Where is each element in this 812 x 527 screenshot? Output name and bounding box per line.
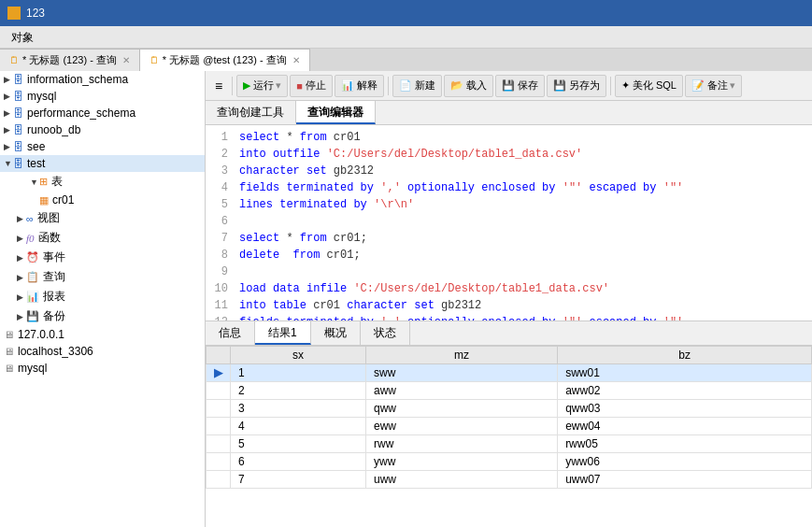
sidebar-item-queries[interactable]: ▶ 📋 查询: [0, 267, 205, 287]
cell-mz: uww: [366, 471, 558, 489]
save-button[interactable]: 💾 保存: [495, 75, 545, 97]
sidebar-item-functions[interactable]: ▶ f0 函数: [0, 228, 205, 248]
run-icon: ▶: [243, 79, 250, 92]
sidebar-label: performance_schema: [27, 107, 135, 120]
cell-sx: 5: [231, 435, 366, 453]
table-row[interactable]: 3 qww qww03: [207, 400, 812, 418]
sidebar-label: 视图: [37, 210, 60, 226]
explain-button[interactable]: 📊 解释: [335, 75, 384, 97]
query-tab-1[interactable]: 🗒 * 无标题 (123) - 查询 ✕: [0, 49, 140, 71]
app-icon: [7, 7, 21, 20]
row-indicator: [207, 400, 231, 418]
sidebar-item-backup[interactable]: ▶ 💾 备份: [0, 306, 205, 326]
cell-mz: sww: [366, 364, 558, 382]
result-tab-overview[interactable]: 概况: [311, 321, 361, 345]
sidebar-item-localhost3306[interactable]: 🖥 localhost_3306: [0, 343, 205, 360]
top-bar: 123: [0, 0, 812, 26]
result-tab-status[interactable]: 状态: [361, 321, 410, 345]
sidebar-item-test[interactable]: ▼ 🗄 test: [0, 155, 205, 172]
query-create-tab[interactable]: 查询创建工具: [206, 101, 296, 124]
expand-arrow: ▶: [4, 125, 13, 135]
menu-object[interactable]: 对象: [4, 26, 41, 49]
tab-close-2[interactable]: ✕: [292, 55, 300, 65]
table-folder-icon: ⊞: [39, 176, 48, 188]
sidebar-item-runoob-db[interactable]: ▶ 🗄 runoob_db: [0, 121, 205, 138]
sidebar-label: cr01: [52, 193, 74, 207]
code-line: 12 fields terminated by ',' optionally e…: [206, 314, 812, 321]
results-area: 信息 结果1 概况 状态 sx mz bz: [206, 321, 812, 527]
result-tab-info[interactable]: 信息: [206, 321, 255, 345]
cell-bz: uww07: [558, 471, 812, 489]
cell-mz: yww: [366, 453, 558, 471]
beautify-button[interactable]: ✦ 美化 SQL: [615, 75, 683, 97]
sidebar-label: 查询: [43, 269, 65, 285]
col-bz: bz: [558, 347, 812, 364]
stop-icon: ■: [296, 80, 303, 92]
sidebar-item-reports[interactable]: ▶ 📊 报表: [0, 287, 205, 306]
table-row[interactable]: 7 uww uww07: [207, 471, 812, 489]
expand-arrow: ▶: [4, 108, 13, 118]
query-icon: 📋: [26, 271, 39, 283]
row-indicator: [207, 382, 231, 400]
query-tab-2[interactable]: 🗒 * 无标题 @test (123) - 查询 ✕: [140, 49, 310, 71]
row-indicator: [207, 435, 231, 453]
new-button[interactable]: 📄 新建: [392, 75, 442, 97]
db-icon: 🗄: [13, 74, 23, 85]
sidebar-item-performance-schema[interactable]: ▶ 🗄 performance_schema: [0, 105, 205, 121]
sidebar-item-tables[interactable]: ▼ ⊞ 表: [0, 172, 205, 192]
tab-label-1: * 无标题 (123) - 查询: [22, 53, 117, 67]
sidebar-item-mysql2[interactable]: 🖥 mysql: [0, 360, 205, 377]
saveas-button[interactable]: 💾 另存为: [547, 75, 606, 97]
table-row[interactable]: 5 rww rww05: [207, 435, 812, 453]
cell-bz: aww02: [558, 382, 812, 400]
sidebar-label: test: [27, 157, 45, 170]
table-row[interactable]: ▶ 1 sww sww01: [207, 364, 812, 382]
expand-arrow: ▼: [30, 178, 39, 187]
sidebar-item-mysql[interactable]: ▶ 🗄 mysql: [0, 88, 205, 105]
cell-sx: 7: [231, 471, 366, 489]
sidebar-item-see[interactable]: ▶ 🗄 see: [0, 138, 205, 155]
tab-icon-2: 🗒: [150, 55, 159, 65]
code-line: 6: [206, 213, 812, 230]
cell-bz: qww03: [558, 400, 812, 418]
load-button[interactable]: 📂 载入: [444, 75, 493, 97]
sidebar-item-cr01[interactable]: ▦ cr01: [0, 192, 205, 208]
sidebar-item-information-schema[interactable]: ▶ 🗄 information_schema: [0, 71, 205, 88]
sidebar-label: 表: [51, 174, 63, 190]
result-tabs: 信息 结果1 概况 状态: [206, 321, 812, 346]
cell-bz: sww01: [558, 364, 812, 382]
code-line: 7 select * from cr01;: [206, 230, 812, 247]
table-row[interactable]: 4 eww eww04: [207, 418, 812, 435]
col-indicator: [207, 347, 231, 364]
code-line: 2 into outfile 'C:/Users/del/Desktop/tab…: [206, 146, 812, 163]
sidebar-item-127001[interactable]: 🖥 127.0.0.1: [0, 326, 205, 343]
note-button[interactable]: 📝 备注 ▾: [685, 75, 742, 97]
code-line: 10 load data infile 'C:/Users/del/Deskto…: [206, 280, 812, 297]
cell-sx: 2: [231, 382, 366, 400]
code-line: 1 select * from cr01: [206, 129, 812, 146]
expand-arrow: ▶: [17, 273, 26, 282]
hamburger-button[interactable]: ≡: [209, 77, 228, 95]
run-button[interactable]: ▶ 运行 ▾: [236, 75, 288, 97]
code-editor[interactable]: 1 select * from cr01 2 into outfile 'C:/…: [206, 125, 812, 321]
sidebar-item-views[interactable]: ▶ ∞ 视图: [0, 208, 205, 228]
code-line: 9: [206, 264, 812, 280]
query-editor-tab[interactable]: 查询编辑器: [296, 101, 376, 124]
table-row[interactable]: 2 aww aww02: [207, 382, 812, 400]
result-tab-result1[interactable]: 结果1: [255, 321, 311, 345]
db-icon: 🗄: [13, 124, 23, 135]
cell-bz: yww06: [558, 453, 812, 471]
main-layout: ▶ 🗄 information_schema ▶ 🗄 mysql ▶ 🗄 per…: [0, 71, 812, 527]
db-icon: 🗄: [13, 107, 23, 119]
load-icon: 📂: [450, 79, 463, 92]
cell-bz: rww05: [558, 435, 812, 453]
stop-button[interactable]: ■ 停止: [290, 75, 333, 97]
expand-arrow: ▼: [4, 159, 13, 168]
save-icon: 💾: [502, 79, 515, 92]
sidebar-item-events[interactable]: ▶ ⏰ 事件: [0, 248, 205, 267]
code-line: 5 lines terminated by '\r\n': [206, 196, 812, 213]
separator: [610, 77, 611, 95]
func-icon: f0: [26, 233, 35, 244]
tab-close-1[interactable]: ✕: [122, 55, 130, 65]
table-row[interactable]: 6 yww yww06: [207, 453, 812, 471]
